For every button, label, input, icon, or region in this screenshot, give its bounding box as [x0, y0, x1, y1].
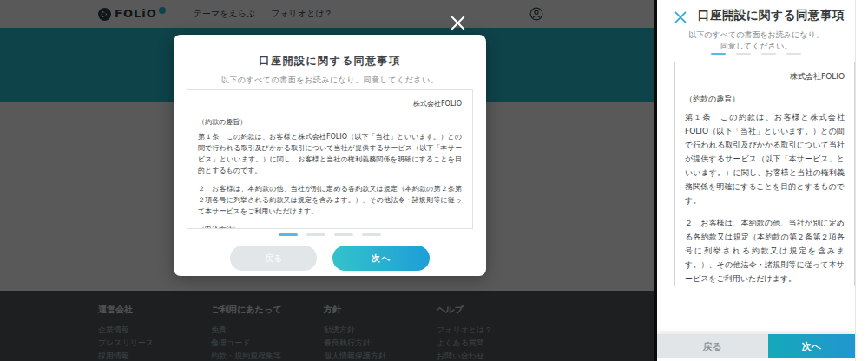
agreement-document-scrollbox[interactable]: 株式会社FOLIO （約款の趣旨） 第１条 この約款は、お客様と株式会社FOLI…: [674, 62, 855, 286]
document-company: 株式会社FOLIO: [685, 69, 845, 83]
composite-screenshot: FOLiO テーマをえらぶ フォリオとは？ 運営会社 企業情報 プレスリリース: [0, 0, 868, 361]
pagination-dot: [786, 53, 801, 55]
pagination-dot: [761, 53, 776, 55]
back-button[interactable]: 戻る: [230, 246, 317, 271]
next-button[interactable]: 次へ: [768, 334, 855, 358]
agreement-modal: 口座開設に関する同意事項 以下のすべての書面をお読みになり、同意してください。 …: [174, 35, 486, 276]
mobile-view: 口座開設に関する同意事項 以下のすべての書面をお読みになり、同意してください。 …: [657, 0, 868, 361]
pagination-dots: [174, 233, 486, 236]
modal-title: 口座開設に関する同意事項: [174, 35, 486, 69]
agreement-document-scrollbox[interactable]: 株式会社FOLIO （約款の趣旨） 第１条 この約款は、お客様と株式会社FOLI…: [187, 89, 473, 229]
document-section-heading: （申込方法）: [198, 224, 462, 229]
modal-title: 口座開設に関する同意事項: [698, 8, 850, 23]
document-paragraph: 第１条 この約款は、お客様と株式会社FOLIO（以下「当社」といいます。）との間…: [198, 131, 462, 176]
pagination-dot: [711, 53, 726, 55]
modal-subtitle: 以下のすべての書面をお読みになり、同意してください。: [174, 75, 486, 86]
pagination-dot: [306, 233, 326, 236]
document-section-heading: （約款の趣旨）: [198, 116, 462, 128]
mobile-button-bar: 戻る 次へ: [657, 334, 855, 358]
desktop-view: FOLiO テーマをえらぶ フォリオとは？ 運営会社 企業情報 プレスリリース: [0, 0, 654, 361]
document-paragraph: 第１条 この約款は、お客様と株式会社FOLIO（以下「当社」といいます。）との間…: [685, 110, 845, 207]
back-button[interactable]: 戻る: [657, 334, 768, 358]
modal-subtitle: 以下のすべての書面をお読みになり、同意してください。: [687, 30, 825, 52]
pagination-dot: [334, 233, 353, 236]
close-icon[interactable]: [450, 15, 466, 31]
mobile-edge-line: [855, 0, 856, 361]
modal-buttons: 戻る 次へ: [174, 246, 486, 271]
document-paragraph: ２ お客様は、本約款の他、当社が別に定める各約款又は規定（本約款の第２条第２項各…: [198, 183, 462, 217]
close-icon[interactable]: [674, 10, 687, 24]
pagination-dots: [657, 53, 855, 55]
pagination-dot: [736, 53, 751, 55]
document-company: 株式会社FOLIO: [198, 98, 462, 109]
document-paragraph: ２ お客様は、本約款の他、当社が別に定める各約款又は規定（本約款の第２条第２項各…: [685, 216, 845, 286]
pagination-dot: [362, 233, 381, 236]
next-button[interactable]: 次へ: [332, 246, 430, 271]
document-section-heading: （約款の趣旨）: [685, 92, 845, 106]
pagination-dot: [279, 233, 298, 236]
